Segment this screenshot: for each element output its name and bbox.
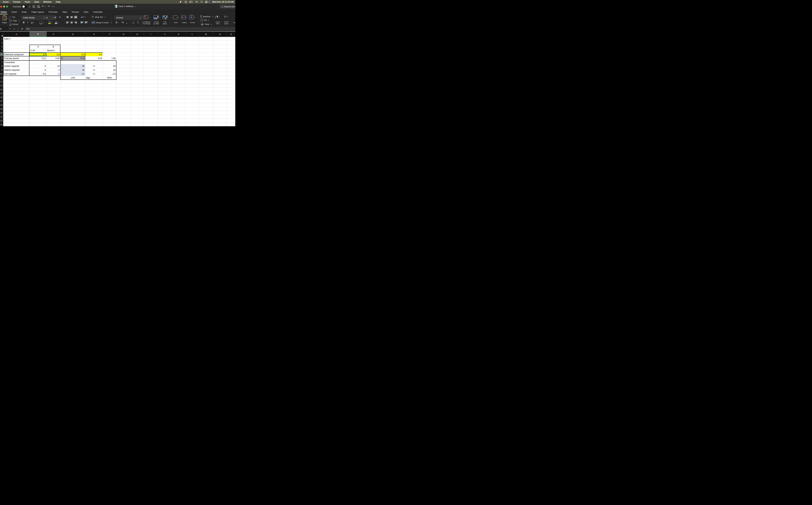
cell-I14[interactable]: [144, 88, 158, 92]
row-header-4[interactable]: 4: [0, 48, 3, 52]
cell-D10[interactable]: 2.1: [60, 72, 85, 76]
cell-O19[interactable]: [227, 107, 235, 111]
cell-G14[interactable]: [116, 88, 130, 92]
align-middle-button[interactable]: [70, 16, 73, 19]
cell-D3[interactable]: [60, 45, 85, 48]
wifi-icon[interactable]: [195, 1, 198, 3]
cell-H6[interactable]: [130, 56, 144, 60]
cell-H18[interactable]: [130, 103, 144, 107]
cell-M4[interactable]: [199, 48, 213, 52]
cell-B23[interactable]: [29, 123, 47, 126]
cell-N21[interactable]: [213, 115, 227, 119]
cell-O16[interactable]: [227, 96, 235, 99]
cell-I11[interactable]: [144, 76, 158, 80]
column-header-E[interactable]: E: [85, 31, 103, 37]
cell-F23[interactable]: [103, 123, 116, 126]
cell-D5[interactable]: 4.2: [60, 52, 85, 56]
cell-B13[interactable]: [29, 84, 47, 88]
row-header-14[interactable]: 14: [0, 88, 3, 92]
cell-A22[interactable]: [3, 119, 29, 123]
cell-I22[interactable]: [144, 119, 158, 123]
cell-O21[interactable]: [227, 115, 235, 119]
redo-icon[interactable]: ↷: [48, 5, 50, 8]
cell-J15[interactable]: [158, 92, 172, 96]
cell-N11[interactable]: [213, 76, 227, 80]
align-right-button[interactable]: [74, 21, 77, 24]
zoom-window-button[interactable]: [6, 6, 8, 7]
cell-D22[interactable]: [60, 119, 85, 123]
cell-F1[interactable]: [103, 37, 116, 41]
column-header-O[interactable]: O: [227, 31, 235, 37]
cell-F7[interactable]: [103, 60, 116, 64]
cell-D17[interactable]: [60, 99, 85, 103]
cell-L12[interactable]: [186, 80, 199, 84]
undo-icon[interactable]: ↶: [42, 5, 45, 8]
orientation-button[interactable]: ab↗: [81, 16, 86, 18]
cell-A14[interactable]: [3, 88, 29, 92]
cell-H20[interactable]: [130, 111, 144, 115]
cell-K1[interactable]: [172, 37, 186, 41]
cell-J2[interactable]: [158, 41, 172, 45]
cell-O9[interactable]: [227, 68, 235, 72]
format-painter-button[interactable]: Format: [9, 23, 18, 25]
cell-H12[interactable]: [130, 80, 144, 84]
column-header-I[interactable]: I: [144, 31, 158, 37]
cell-E16[interactable]: [85, 96, 103, 99]
menu-item-tools[interactable]: Tools: [24, 1, 30, 3]
column-header-A[interactable]: A: [3, 31, 30, 37]
fill-color-button[interactable]: [48, 21, 52, 23]
cell-D16[interactable]: [60, 96, 85, 99]
spotlight-icon[interactable]: [201, 1, 203, 3]
cell-E1[interactable]: [85, 37, 103, 41]
cell-O15[interactable]: [227, 92, 235, 96]
cell-O13[interactable]: [227, 84, 235, 88]
cell-H5[interactable]: [130, 52, 144, 56]
menu-item-data[interactable]: Data: [34, 1, 39, 3]
cell-M21[interactable]: [199, 115, 213, 119]
cell-J13[interactable]: [158, 84, 172, 88]
cell-C5[interactable]: 2.4: [47, 52, 60, 56]
save-icon[interactable]: [33, 5, 35, 8]
cell-G10[interactable]: [116, 72, 130, 76]
cell-M1[interactable]: [199, 37, 213, 41]
conditional-formatting-button[interactable]: [144, 15, 150, 19]
cell-A11[interactable]: [3, 76, 29, 80]
cell-C16[interactable]: [47, 96, 60, 99]
save-as-icon[interactable]: ✎: [37, 5, 40, 8]
cell-H11[interactable]: [130, 76, 144, 80]
currency-format-button[interactable]: $: [115, 21, 118, 24]
cell-L22[interactable]: [186, 119, 199, 123]
cell-D18[interactable]: [60, 103, 85, 107]
cell-L3[interactable]: [186, 45, 199, 48]
menu-item-format[interactable]: Format: [13, 1, 20, 3]
cell-C7[interactable]: [47, 60, 60, 64]
cell-C4[interactable]: Brand A: [47, 48, 60, 52]
cell-F12[interactable]: [103, 80, 116, 84]
number-format-select[interactable]: General: [115, 16, 142, 20]
cell-F22[interactable]: [103, 119, 116, 123]
cell-O11[interactable]: [227, 76, 235, 80]
cell-M7[interactable]: [199, 60, 213, 64]
cell-N10[interactable]: [213, 72, 227, 76]
cell-I15[interactable]: [144, 92, 158, 96]
cell-J16[interactable]: [158, 96, 172, 99]
cell-D8[interactable]: 45: [60, 64, 85, 68]
cell-D19[interactable]: [60, 107, 85, 111]
cell-A15[interactable]: [3, 92, 29, 96]
autosave-toggle[interactable]: [22, 5, 27, 8]
cell-E7[interactable]: [85, 60, 103, 64]
cell-F2[interactable]: [103, 41, 116, 45]
cell-G9[interactable]: [116, 68, 130, 72]
tab-formulas[interactable]: Formulas: [48, 10, 58, 14]
cell-A9[interactable]: Vitamin required: [3, 68, 29, 72]
cell-E3[interactable]: [85, 45, 103, 48]
cell-M8[interactable]: [199, 64, 213, 68]
cell-K6[interactable]: [172, 56, 186, 60]
cell-styles-button[interactable]: [163, 15, 169, 19]
mute-icon[interactable]: [180, 1, 182, 3]
row-header-17[interactable]: 17: [0, 99, 3, 103]
cell-J20[interactable]: [158, 111, 172, 115]
cell-I8[interactable]: [144, 64, 158, 68]
cell-K5[interactable]: [172, 52, 186, 56]
cell-E15[interactable]: [85, 92, 103, 96]
